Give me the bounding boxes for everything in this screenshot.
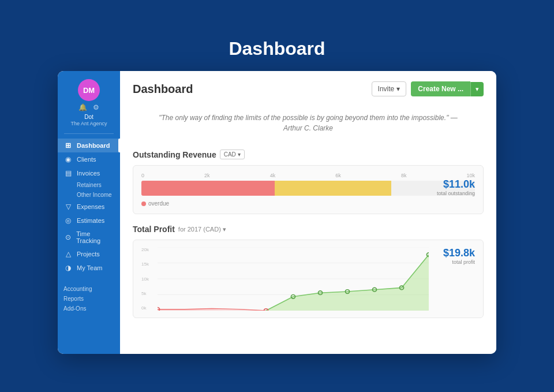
estimates-icon: ◎: [63, 216, 73, 225]
sidebar-divider: [64, 133, 114, 134]
line-chart-wrapper: 20k 15k 10k 5k 0k: [141, 247, 475, 311]
currency-chevron-icon: ▾: [238, 151, 241, 158]
sidebar-item-time-tracking[interactable]: ⊙ Time Tracking: [58, 227, 120, 247]
outstanding-revenue-header: Outstanding Revenue CAD ▾: [133, 150, 484, 159]
outstanding-revenue-title: Outstanding Revenue: [133, 150, 216, 159]
sidebar-item-other-income[interactable]: Other Income: [58, 190, 120, 200]
bar-track: [141, 181, 475, 196]
time-tracking-icon: ⊙: [63, 233, 72, 241]
dashboard-icon: ⊞: [63, 141, 73, 150]
sidebar-top-icons: 🔔 ⚙: [78, 103, 99, 111]
app-container: DM 🔔 ⚙ Dot The Ant Agency ⊞ Dashboard ◉ …: [58, 71, 496, 354]
year-label: for 2017 (CAD): [178, 226, 221, 233]
sidebar-label-time-tracking: Time Tracking: [76, 230, 114, 244]
invite-button[interactable]: Invite ▾: [372, 81, 407, 96]
sidebar-item-retainers[interactable]: Retainers: [58, 180, 120, 190]
profit-total: $19.8k total profit: [443, 247, 475, 265]
invite-label: Invite: [378, 85, 395, 93]
line-chart-svg-area: [158, 247, 429, 311]
gear-icon[interactable]: ⚙: [93, 103, 99, 111]
sidebar-item-expenses[interactable]: ▽ Expenses: [58, 200, 120, 214]
sidebar-agency-name: The Ant Agency: [70, 121, 107, 126]
sidebar-user-name: Dot: [84, 114, 93, 120]
year-selector[interactable]: for 2017 (CAD) ▾: [178, 226, 226, 233]
bar-legend: overdue: [141, 200, 475, 207]
sidebar: DM 🔔 ⚙ Dot The Ant Agency ⊞ Dashboard ◉ …: [58, 71, 120, 354]
sidebar-label-my-team: My Team: [77, 264, 102, 271]
sidebar-item-clients[interactable]: ◉ Clients: [58, 152, 120, 166]
sidebar-link-add-ons[interactable]: Add-Ons: [63, 304, 114, 313]
create-new-main-button[interactable]: Create New ...: [411, 81, 470, 96]
quote-section: "The only way of finding the limits of t…: [133, 106, 484, 140]
total-profit-title: Total Profit: [133, 225, 175, 234]
sidebar-label-projects: Projects: [77, 251, 100, 257]
sidebar-item-projects[interactable]: △ Projects: [58, 247, 120, 261]
year-chevron-icon: ▾: [223, 226, 226, 233]
currency-selector[interactable]: CAD ▾: [220, 150, 245, 159]
sidebar-item-my-team[interactable]: ◑ My Team: [58, 261, 120, 275]
main-header: Dashboard Invite ▾ Create New ... ▾: [133, 81, 484, 96]
header-actions: Invite ▾ Create New ... ▾: [372, 81, 484, 96]
create-new-button[interactable]: Create New ... ▾: [411, 81, 484, 96]
y-axis-labels: 20k 15k 10k 5k 0k: [141, 247, 158, 311]
total-profit-header: Total Profit for 2017 (CAD) ▾: [133, 225, 484, 234]
expenses-icon: ▽: [63, 203, 73, 211]
bar-segment-overdue: [141, 181, 275, 196]
bar-segment-outstanding: [275, 181, 391, 196]
page-outer-title: Dashboard: [229, 38, 325, 59]
sidebar-bottom: Accounting Reports Add-Ons: [58, 284, 120, 313]
sidebar-item-dashboard[interactable]: ⊞ Dashboard: [58, 139, 120, 152]
sidebar-label-clients: Clients: [77, 156, 96, 163]
sidebar-nav: ⊞ Dashboard ◉ Clients ▤ Invoices Retaine…: [58, 139, 120, 275]
legend-overdue-label: overdue: [148, 200, 169, 207]
sidebar-label-other-income: Other Income: [77, 192, 112, 198]
avatar: DM: [78, 79, 100, 101]
profit-chart-svg: [158, 247, 429, 311]
invoices-icon: ▤: [63, 169, 73, 177]
bar-chart-axis: 0 2k 4k 6k 8k 10k: [141, 173, 475, 181]
my-team-icon: ◑: [63, 264, 73, 272]
avatar-initials: DM: [83, 86, 95, 95]
sidebar-label-retainers: Retainers: [77, 182, 102, 188]
clients-icon: ◉: [63, 155, 73, 163]
revenue-total-label: total outstanding: [437, 191, 475, 196]
currency-label: CAD: [224, 151, 236, 158]
sidebar-item-invoices[interactable]: ▤ Invoices: [58, 166, 120, 180]
main-title: Dashboard: [133, 83, 193, 96]
profit-total-label: total profit: [443, 259, 475, 265]
sidebar-link-accounting[interactable]: Accounting: [63, 284, 114, 294]
bar-chart-total: $11.0k total outstanding: [437, 178, 475, 196]
legend-overdue-dot: [141, 201, 146, 206]
profit-total-amount: $19.8k: [443, 247, 475, 259]
sidebar-item-estimates[interactable]: ◎ Estimates: [58, 214, 120, 227]
projects-icon: △: [63, 250, 73, 258]
main-content: Dashboard Invite ▾ Create New ... ▾ "The…: [120, 71, 496, 354]
sidebar-label-expenses: Expenses: [77, 203, 104, 210]
bell-icon[interactable]: 🔔: [78, 103, 87, 111]
revenue-chart-container: 0 2k 4k 6k 8k 10k $11.0k total outstandi…: [133, 165, 484, 214]
create-new-dropdown-button[interactable]: ▾: [470, 82, 484, 96]
bar-chart-area: 0 2k 4k 6k 8k 10k $11.0k total outstandi…: [141, 173, 475, 207]
sidebar-link-reports[interactable]: Reports: [63, 294, 114, 304]
invite-chevron-icon: ▾: [396, 85, 400, 93]
sidebar-label-dashboard: Dashboard: [77, 142, 110, 149]
sidebar-label-invoices: Invoices: [77, 170, 100, 177]
quote-text: "The only way of finding the limits of t…: [150, 113, 466, 133]
revenue-total-amount: $11.0k: [437, 178, 475, 191]
profit-chart-container: 20k 15k 10k 5k 0k: [133, 240, 484, 318]
sidebar-label-estimates: Estimates: [77, 217, 104, 224]
